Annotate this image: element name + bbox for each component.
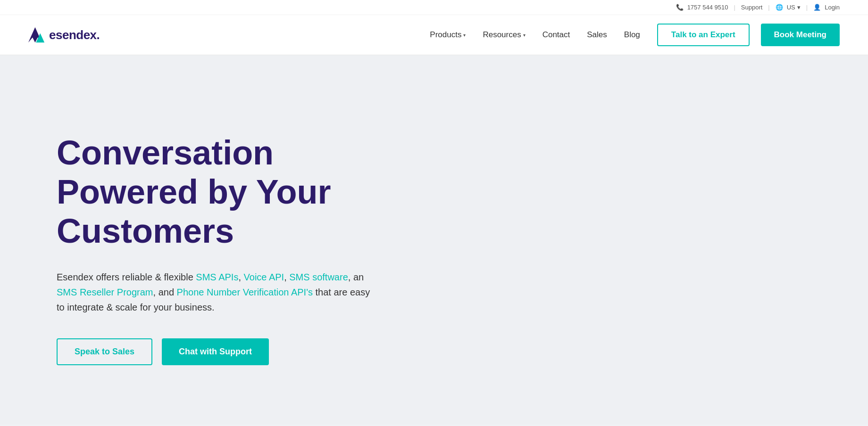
talk-to-expert-button[interactable]: Talk to an Expert <box>657 24 750 46</box>
globe-icon: 🌐 <box>776 4 783 11</box>
sms-reseller-link[interactable]: SMS Reseller Program <box>57 287 153 297</box>
hero-section: Conversation Powered by Your Customers E… <box>0 55 868 425</box>
resources-chevron-icon: ▾ <box>523 33 526 38</box>
nav-item-blog[interactable]: Blog <box>624 30 640 40</box>
logo[interactable]: esendex. <box>28 26 100 43</box>
book-meeting-button[interactable]: Book Meeting <box>761 24 840 46</box>
cta-buttons: Talk to an Expert Book Meeting <box>657 24 840 46</box>
voice-api-link[interactable]: Voice API <box>244 272 284 282</box>
hero-buttons: Speak to Sales Chat with Support <box>57 338 840 365</box>
hero-title: Conversation Powered by Your Customers <box>57 133 377 250</box>
login-link[interactable]: Login <box>825 4 840 11</box>
sms-software-link[interactable]: SMS software <box>289 272 348 282</box>
region-chevron-icon: ▾ <box>797 4 801 11</box>
nav-label-sales: Sales <box>587 30 607 40</box>
user-icon: 👤 <box>813 4 821 11</box>
speak-to-sales-button[interactable]: Speak to Sales <box>57 338 152 365</box>
region-label: US <box>787 4 795 11</box>
nav-item-sales[interactable]: Sales <box>587 30 607 40</box>
support-link[interactable]: Support <box>741 4 763 11</box>
header: 📞 1757 544 9510 | Support | 🌐 US ▾ | 👤 L… <box>0 0 868 55</box>
logo-icon <box>28 26 45 43</box>
separator-2: | <box>768 4 769 11</box>
region-link[interactable]: US ▾ <box>787 4 801 11</box>
products-chevron-icon: ▾ <box>463 33 466 38</box>
nav-label-products: Products <box>430 30 461 40</box>
nav-item-products[interactable]: Products ▾ <box>430 30 466 40</box>
phone-icon: 📞 <box>676 4 684 11</box>
sms-apis-link[interactable]: SMS APIs <box>196 272 238 282</box>
logo-text: esendex. <box>49 28 100 42</box>
hero-desc-prefix: Esendex offers reliable & flexible <box>57 272 196 282</box>
phone-link[interactable]: 1757 544 9510 <box>687 4 728 11</box>
nav-bar: esendex. Products ▾ Resources ▾ Contact … <box>0 15 868 55</box>
nav-item-resources[interactable]: Resources ▾ <box>483 30 525 40</box>
separator-3: | <box>806 4 808 11</box>
comma-3: , <box>348 272 351 282</box>
hero-desc-mid: an <box>353 272 364 282</box>
nav-item-contact[interactable]: Contact <box>542 30 570 40</box>
utility-bar: 📞 1757 544 9510 | Support | 🌐 US ▾ | 👤 L… <box>0 0 868 15</box>
separator-1: | <box>734 4 735 11</box>
hero-desc-and: , and <box>153 287 177 297</box>
nav-label-contact: Contact <box>542 30 570 40</box>
hero-description: Esendex offers reliable & flexible SMS A… <box>57 270 377 315</box>
comma-1: , <box>238 272 243 282</box>
nav-label-blog: Blog <box>624 30 640 40</box>
nav-links: Products ▾ Resources ▾ Contact Sales Blo… <box>430 30 640 40</box>
chat-with-support-button[interactable]: Chat with Support <box>162 338 269 365</box>
phone-verification-link[interactable]: Phone Number Verification API's <box>177 287 313 297</box>
comma-2: , <box>284 272 289 282</box>
nav-label-resources: Resources <box>483 30 521 40</box>
